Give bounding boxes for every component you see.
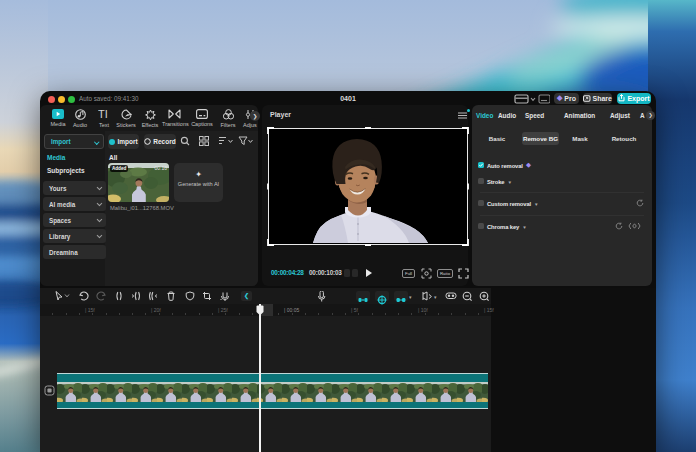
svg-text:TI: TI [98, 109, 108, 120]
